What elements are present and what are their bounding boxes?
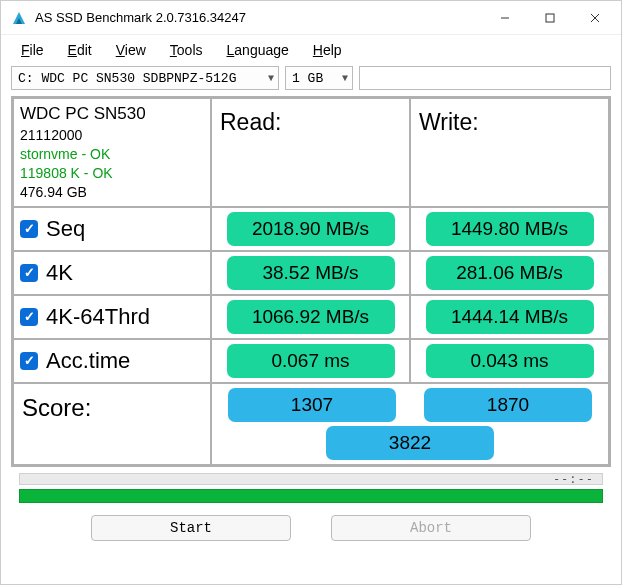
fourk-write-cell: 281.06 MB/s xyxy=(410,251,609,295)
window-title: AS SSD Benchmark 2.0.7316.34247 xyxy=(35,10,482,25)
drive-info: WDC PC SN530 21112000 stornvme - OK 1198… xyxy=(13,98,211,207)
score-total: 3822 xyxy=(326,426,494,460)
menu-help[interactable]: Help xyxy=(303,39,352,61)
size-select[interactable]: 1 GB ▼ xyxy=(285,66,353,90)
seq-read-value: 2018.90 MB/s xyxy=(227,212,395,246)
score-read: 1307 xyxy=(228,388,396,422)
start-button[interactable]: Start xyxy=(91,515,291,541)
score-write: 1870 xyxy=(424,388,592,422)
row-seq: ✓ Seq xyxy=(13,207,211,251)
titlebar: AS SSD Benchmark 2.0.7316.34247 xyxy=(1,1,621,35)
alignment-status: 119808 K - OK xyxy=(20,164,204,183)
drive-capacity: 476.94 GB xyxy=(20,183,204,202)
chevron-down-icon: ▼ xyxy=(268,73,274,84)
drive-select[interactable]: C: WDC PC SN530 SDBPNPZ-512G ▼ xyxy=(11,66,279,90)
row-seq-label: Seq xyxy=(46,216,85,242)
row-acc-label: Acc.time xyxy=(46,348,130,374)
header-write: Write: xyxy=(410,98,609,207)
progress-area: --:-- xyxy=(19,473,603,503)
menu-file[interactable]: File xyxy=(11,39,54,61)
minimize-button[interactable] xyxy=(482,1,527,34)
progress-time: --:-- xyxy=(553,472,594,486)
text-input[interactable] xyxy=(359,66,611,90)
toolbar: C: WDC PC SN530 SDBPNPZ-512G ▼ 1 GB ▼ xyxy=(1,63,621,96)
results-grid: WDC PC SN530 21112000 stornvme - OK 1198… xyxy=(11,96,611,467)
seq-write-cell: 1449.80 MB/s xyxy=(410,207,609,251)
acc-read-cell: 0.067 ms xyxy=(211,339,410,383)
app-window: AS SSD Benchmark 2.0.7316.34247 File Edi… xyxy=(0,0,622,585)
menu-edit[interactable]: Edit xyxy=(58,39,102,61)
menu-language[interactable]: Language xyxy=(217,39,299,61)
fourk-read-value: 38.52 MB/s xyxy=(227,256,395,290)
menubar: File Edit View Tools Language Help xyxy=(1,35,621,63)
driver-status: stornvme - OK xyxy=(20,145,204,164)
acc-write-value: 0.043 ms xyxy=(426,344,594,378)
window-controls xyxy=(482,1,617,34)
fourk64-write-cell: 1444.14 MB/s xyxy=(410,295,609,339)
size-select-value: 1 GB xyxy=(292,71,323,86)
drive-model: WDC PC SN530 xyxy=(20,103,204,126)
row-4k64: ✓ 4K-64Thrd xyxy=(13,295,211,339)
acc-read-value: 0.067 ms xyxy=(227,344,395,378)
checkbox-4k64[interactable]: ✓ xyxy=(20,308,38,326)
abort-button[interactable]: Abort xyxy=(331,515,531,541)
checkbox-seq[interactable]: ✓ xyxy=(20,220,38,238)
seq-write-value: 1449.80 MB/s xyxy=(426,212,594,246)
progress-bar xyxy=(19,489,603,503)
seq-read-cell: 2018.90 MB/s xyxy=(211,207,410,251)
fourk64-read-cell: 1066.92 MB/s xyxy=(211,295,410,339)
app-icon xyxy=(11,10,27,26)
menu-tools[interactable]: Tools xyxy=(160,39,213,61)
checkbox-acc[interactable]: ✓ xyxy=(20,352,38,370)
score-area: 1307 1870 3822 xyxy=(211,383,609,465)
close-button[interactable] xyxy=(572,1,617,34)
row-4k: ✓ 4K xyxy=(13,251,211,295)
drive-firmware: 21112000 xyxy=(20,126,204,145)
menu-view[interactable]: View xyxy=(106,39,156,61)
checkbox-4k[interactable]: ✓ xyxy=(20,264,38,282)
row-acc: ✓ Acc.time xyxy=(13,339,211,383)
acc-write-cell: 0.043 ms xyxy=(410,339,609,383)
fourk64-read-value: 1066.92 MB/s xyxy=(227,300,395,334)
button-row: Start Abort xyxy=(1,515,621,541)
chevron-down-icon: ▼ xyxy=(342,73,348,84)
row-4k-label: 4K xyxy=(46,260,73,286)
maximize-button[interactable] xyxy=(527,1,572,34)
progress-track: --:-- xyxy=(19,473,603,485)
drive-select-value: C: WDC PC SN530 SDBPNPZ-512G xyxy=(18,71,236,86)
fourk-read-cell: 38.52 MB/s xyxy=(211,251,410,295)
fourk64-write-value: 1444.14 MB/s xyxy=(426,300,594,334)
row-4k64-label: 4K-64Thrd xyxy=(46,304,150,330)
fourk-write-value: 281.06 MB/s xyxy=(426,256,594,290)
svg-rect-3 xyxy=(546,14,554,22)
header-read: Read: xyxy=(211,98,410,207)
score-label: Score: xyxy=(13,383,211,465)
